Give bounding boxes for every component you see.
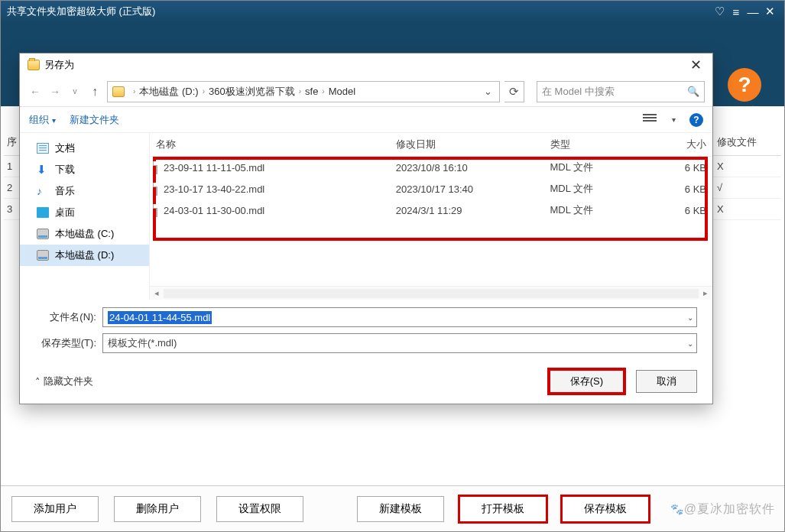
search-input[interactable]: 在 Model 中搜索 🔍 xyxy=(537,81,705,102)
view-mode-icon[interactable] xyxy=(643,114,657,126)
file-header: 名称 修改日期 类型 大小 xyxy=(150,133,712,157)
address-dropdown-icon[interactable]: ⌄ xyxy=(481,86,495,97)
set-perm-button[interactable]: 设置权限 xyxy=(216,496,303,522)
organize-menu[interactable]: 组织 ▾ xyxy=(29,113,56,127)
help-label: 帮助 xyxy=(728,105,761,121)
filetype-select[interactable]: 模板文件(*.mdl) ⌄ xyxy=(102,333,697,353)
disk-icon xyxy=(37,250,49,261)
col-size[interactable]: 大小 xyxy=(653,138,706,151)
nav-row: ← → v ↑ › 本地磁盘 (D:) › 360极速浏览器下载 › sfe ›… xyxy=(20,76,712,107)
minimize-icon[interactable]: — xyxy=(744,5,761,18)
dialog-footer: ˄隐藏文件夹 保存(S) 取消 xyxy=(20,364,712,404)
theme-icon[interactable]: ♡ xyxy=(711,5,728,18)
nav-up-icon[interactable]: ↑ xyxy=(87,85,102,99)
chevron-up-icon: ˄ xyxy=(35,376,41,388)
chevron-right-icon[interactable]: › xyxy=(133,87,135,96)
sidebar-item-desktop[interactable]: 桌面 xyxy=(20,202,149,223)
scroll-track[interactable] xyxy=(164,289,699,298)
breadcrumb-item[interactable]: 360极速浏览器下载 xyxy=(209,85,295,99)
music-icon: ♪ xyxy=(37,186,49,196)
scroll-left-icon[interactable]: ◂ xyxy=(150,288,164,298)
dialog-titlebar: 另存为 ✕ xyxy=(20,54,712,76)
app-title: 共享文件夹加密超级大师 (正式版) xyxy=(7,5,711,18)
chevron-right-icon[interactable]: › xyxy=(322,87,324,96)
new-template-button[interactable]: 新建模板 xyxy=(357,496,444,522)
open-template-button[interactable]: 打开模板 xyxy=(459,496,547,522)
bottom-bar: 添加用户 删除用户 设置权限 新建模板 打开模板 保存模板 🐾@夏冰加密软件 xyxy=(1,485,784,531)
nav-recent-icon[interactable]: v xyxy=(67,87,83,96)
desktop-icon xyxy=(37,207,49,218)
close-icon[interactable]: ✕ xyxy=(761,5,778,18)
file-row[interactable]: 23-10-17 13-40-22.mdl 2023/10/17 13:40 M… xyxy=(150,178,712,200)
file-row[interactable]: 24-03-01 11-30-00.mdl 2024/3/1 11:29 MDL… xyxy=(150,200,712,221)
bg-col-mod: 修改文件 xyxy=(717,135,778,149)
dialog-help-icon[interactable]: ? xyxy=(689,113,703,127)
scroll-right-icon[interactable]: ▸ xyxy=(699,288,712,298)
folder-icon xyxy=(28,60,40,70)
sidebar-item-documents[interactable]: 文档 xyxy=(20,138,149,159)
search-placeholder: 在 Model 中搜索 xyxy=(542,85,615,99)
file-icon xyxy=(156,204,157,217)
menu-icon[interactable]: ≡ xyxy=(728,5,744,18)
col-name[interactable]: 名称 xyxy=(156,138,396,151)
refresh-icon[interactable]: ⟳ xyxy=(504,81,524,102)
filetype-value: 模板文件(*.mdl) xyxy=(108,336,177,350)
filename-input[interactable]: 24-04-01 11-44-55.mdl ⌄ xyxy=(102,307,697,327)
file-list[interactable]: 23-09-11 11-11-05.mdl 2023/10/8 16:10 MD… xyxy=(150,157,712,286)
breadcrumb-item[interactable]: Model xyxy=(329,86,355,97)
dialog-title: 另存为 xyxy=(44,58,686,72)
bg-row-mod: X xyxy=(717,161,778,172)
new-folder-button[interactable]: 新建文件夹 xyxy=(70,113,119,127)
app-titlebar: 共享文件夹加密超级大师 (正式版) ♡ ≡ — ✕ xyxy=(1,1,784,22)
col-type[interactable]: 类型 xyxy=(550,138,653,151)
cancel-button[interactable]: 取消 xyxy=(636,370,697,393)
help-area[interactable]: ? 帮助 xyxy=(728,68,761,121)
nav-back-icon[interactable]: ← xyxy=(28,86,43,98)
sidebar-item-downloads[interactable]: ⬇下载 xyxy=(20,159,149,180)
form-area: 文件名(N): 24-04-01 11-44-55.mdl ⌄ 保存类型(T):… xyxy=(20,300,712,364)
dialog-close-icon[interactable]: ✕ xyxy=(686,57,705,73)
chevron-down-icon[interactable]: ⌄ xyxy=(687,313,693,322)
sidebar-item-disk-d[interactable]: 本地磁盘 (D:) xyxy=(20,245,149,266)
chevron-down-icon[interactable]: ▾ xyxy=(672,115,676,124)
folder-icon xyxy=(112,86,125,97)
chevron-down-icon: ▾ xyxy=(52,116,56,125)
sidebar-item-disk-c[interactable]: 本地磁盘 (C:) xyxy=(20,223,149,245)
save-button[interactable]: 保存(S) xyxy=(550,370,624,393)
del-user-button[interactable]: 删除用户 xyxy=(114,496,201,522)
filetype-label: 保存类型(T): xyxy=(35,336,96,350)
address-bar[interactable]: › 本地磁盘 (D:) › 360极速浏览器下载 › sfe › Model ⌄ xyxy=(107,81,500,102)
breadcrumb-item[interactable]: sfe xyxy=(305,86,318,97)
places-sidebar: 文档 ⬇下载 ♪音乐 桌面 本地磁盘 (C:) 本地磁盘 (D:) xyxy=(20,133,150,300)
disk-icon xyxy=(37,229,49,239)
hide-folders-toggle[interactable]: ˄隐藏文件夹 xyxy=(35,375,93,388)
save-as-dialog: 另存为 ✕ ← → v ↑ › 本地磁盘 (D:) › 360极速浏览器下载 ›… xyxy=(19,53,713,404)
download-icon: ⬇ xyxy=(37,164,49,175)
main-body: ? 帮助 序 修改文件 1X 2√ 3X 添加用户 删除用户 设置权限 新建模板… xyxy=(1,22,784,531)
file-icon xyxy=(156,161,157,174)
col-date[interactable]: 修改日期 xyxy=(396,138,550,151)
sidebar-item-music[interactable]: ♪音乐 xyxy=(20,180,149,202)
nav-fwd-icon[interactable]: → xyxy=(47,86,63,98)
breadcrumb-item[interactable]: 本地磁盘 (D:) xyxy=(139,85,198,99)
help-icon[interactable]: ? xyxy=(728,68,761,102)
file-row[interactable]: 23-09-11 11-11-05.mdl 2023/10/8 16:10 MD… xyxy=(150,157,712,178)
filename-label: 文件名(N): xyxy=(35,310,96,324)
watermark: 🐾@夏冰加密软件 xyxy=(670,501,775,517)
dialog-toolbar: 组织 ▾ 新建文件夹 ▾ ? xyxy=(20,107,712,133)
horizontal-scrollbar[interactable]: ◂ ▸ xyxy=(150,286,712,300)
bg-row-mod: X xyxy=(717,203,778,215)
add-user-button[interactable]: 添加用户 xyxy=(11,496,99,522)
document-icon xyxy=(37,143,49,154)
chevron-down-icon[interactable]: ⌄ xyxy=(687,339,693,348)
chevron-right-icon[interactable]: › xyxy=(203,87,205,96)
search-icon[interactable]: 🔍 xyxy=(687,86,699,97)
file-area: 名称 修改日期 类型 大小 23-09-11 11-11-05.mdl 2023… xyxy=(150,133,712,300)
save-template-button[interactable]: 保存模板 xyxy=(562,496,649,522)
bg-row-mod: √ xyxy=(717,182,778,193)
filename-value: 24-04-01 11-44-55.mdl xyxy=(108,311,212,324)
dialog-body: 文档 ⬇下载 ♪音乐 桌面 本地磁盘 (C:) 本地磁盘 (D:) 名称 修改日… xyxy=(20,133,712,300)
app-window: 共享文件夹加密超级大师 (正式版) ♡ ≡ — ✕ ? 帮助 序 修改文件 1X… xyxy=(0,0,785,532)
chevron-right-icon[interactable]: › xyxy=(299,87,301,96)
file-icon xyxy=(156,183,157,196)
